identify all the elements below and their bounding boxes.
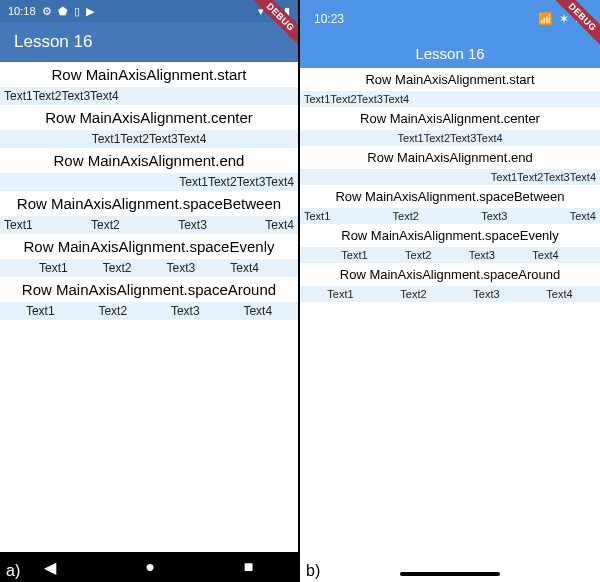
- heading-space-evenly: Row MainAxisAlignment.spaceEvenly: [0, 234, 298, 259]
- heading-start: Row MainAxisAlignment.start: [300, 68, 600, 91]
- gear-icon: ⚙: [42, 5, 52, 18]
- status-time: 10:18: [8, 5, 36, 17]
- row-end: Text1Text2Text3Text4: [0, 173, 298, 191]
- heading-center: Row MainAxisAlignment.center: [0, 105, 298, 130]
- cell: Text3: [61, 89, 90, 103]
- cell: Text1: [4, 89, 33, 103]
- cell: Text1: [92, 132, 121, 146]
- cell: Text2: [103, 261, 132, 275]
- cell: Text1: [304, 93, 330, 105]
- wifi-icon: ✶: [559, 12, 569, 26]
- back-icon[interactable]: ◀: [44, 558, 56, 577]
- heading-start: Row MainAxisAlignment.start: [0, 62, 298, 87]
- caption-b: b): [306, 562, 320, 580]
- cell: Text1: [327, 288, 353, 300]
- cell: Text2: [405, 249, 431, 261]
- app-bar: Lesson 16: [0, 22, 298, 62]
- cell: Text3: [473, 288, 499, 300]
- cell: Text1: [304, 210, 330, 222]
- cell: Text3: [481, 210, 507, 222]
- cell: Text1: [26, 304, 55, 318]
- pane-ios: DEBUG 10:23 📶 ✶ ▭ Lesson 16 Row MainAxis…: [300, 0, 600, 582]
- cell: Text3: [171, 304, 200, 318]
- cell: Text3: [543, 171, 569, 183]
- cell: Text4: [546, 288, 572, 300]
- cell: Text2: [330, 93, 356, 105]
- cell: Text3: [469, 249, 495, 261]
- row-space-around: Text1Text2Text3Text4: [0, 302, 298, 320]
- cell: Text3: [167, 261, 196, 275]
- cell: Text4: [570, 171, 596, 183]
- home-icon[interactable]: ●: [145, 558, 155, 576]
- cell: Text1: [397, 132, 423, 144]
- cell: Text3: [237, 175, 266, 189]
- heading-end: Row MainAxisAlignment.end: [300, 146, 600, 169]
- cell: Text4: [178, 132, 207, 146]
- recent-icon[interactable]: ■: [244, 558, 254, 576]
- cell: Text2: [98, 304, 127, 318]
- row-center: Text1Text2Text3Text4: [0, 130, 298, 148]
- row-space-between: Text1Text2Text3Text4: [0, 216, 298, 234]
- heading-space-evenly: Row MainAxisAlignment.spaceEvenly: [300, 224, 600, 247]
- row-space-between: Text1Text2Text3Text4: [300, 208, 600, 224]
- cell: Text4: [476, 132, 502, 144]
- heading-space-between: Row MainAxisAlignment.spaceBetween: [0, 191, 298, 216]
- cell: Text1: [341, 249, 367, 261]
- status-bar: 10:23 📶 ✶ ▭: [300, 0, 600, 38]
- play-icon: ▶: [86, 5, 94, 18]
- cell: Text2: [33, 89, 62, 103]
- pane-android: DEBUG 10:18 ⚙ ⬟ ▯ ▶ ▾ ◢ ▮ Lesson 16 Row …: [0, 0, 300, 582]
- status-bar: 10:18 ⚙ ⬟ ▯ ▶ ▾ ◢ ▮: [0, 0, 298, 22]
- row-center: Text1Text2Text3Text4: [300, 130, 600, 146]
- signal-icon: 📶: [538, 12, 553, 26]
- row-space-evenly: Text1Text2Text3Text4: [0, 259, 298, 277]
- heading-space-around: Row MainAxisAlignment.spaceAround: [300, 263, 600, 286]
- cell: Text3: [450, 132, 476, 144]
- status-time: 10:23: [314, 12, 344, 26]
- cell: Text4: [230, 261, 259, 275]
- cell: Text4: [570, 210, 596, 222]
- app-title: Lesson 16: [415, 45, 484, 62]
- cell: Text1: [39, 261, 68, 275]
- heading-end: Row MainAxisAlignment.end: [0, 148, 298, 173]
- screenshot-pair: DEBUG 10:18 ⚙ ⬟ ▯ ▶ ▾ ◢ ▮ Lesson 16 Row …: [0, 0, 600, 582]
- cell: Text2: [91, 218, 120, 232]
- cell: Text2: [120, 132, 149, 146]
- cell: Text2: [400, 288, 426, 300]
- cell: Text1: [491, 171, 517, 183]
- app-title: Lesson 16: [14, 32, 92, 52]
- cell: Text2: [208, 175, 237, 189]
- cell: Text4: [532, 249, 558, 261]
- heading-center: Row MainAxisAlignment.center: [300, 107, 600, 130]
- row-start: Text1Text2Text3Text4: [0, 87, 298, 105]
- cell: Text2: [393, 210, 419, 222]
- home-indicator[interactable]: [400, 572, 500, 576]
- shield-icon: ⬟: [58, 5, 68, 18]
- status-left: 10:18 ⚙ ⬟ ▯ ▶: [8, 5, 94, 18]
- app-bar: Lesson 16: [300, 38, 600, 68]
- row-start: Text1Text2Text3Text4: [300, 91, 600, 107]
- cell: Text4: [265, 218, 294, 232]
- cell: Text3: [357, 93, 383, 105]
- content: Row MainAxisAlignment.start Text1Text2Te…: [0, 62, 298, 320]
- cell: Text4: [265, 175, 294, 189]
- cell: Text2: [424, 132, 450, 144]
- row-space-around: Text1Text2Text3Text4: [300, 286, 600, 302]
- cell: Text3: [149, 132, 178, 146]
- heading-space-around: Row MainAxisAlignment.spaceAround: [0, 277, 298, 302]
- cell: Text4: [90, 89, 119, 103]
- cell: Text4: [383, 93, 409, 105]
- android-nav-bar: ◀ ● ■: [0, 552, 298, 582]
- cell: Text2: [517, 171, 543, 183]
- heading-space-between: Row MainAxisAlignment.spaceBetween: [300, 185, 600, 208]
- caption-a: a): [6, 562, 20, 580]
- cell: Text3: [178, 218, 207, 232]
- content: Row MainAxisAlignment.start Text1Text2Te…: [300, 68, 600, 302]
- cell: Text1: [4, 218, 33, 232]
- cell: Text1: [179, 175, 208, 189]
- cell: Text4: [243, 304, 272, 318]
- row-space-evenly: Text1Text2Text3Text4: [300, 247, 600, 263]
- row-end: Text1Text2Text3Text4: [300, 169, 600, 185]
- page-icon: ▯: [74, 5, 80, 18]
